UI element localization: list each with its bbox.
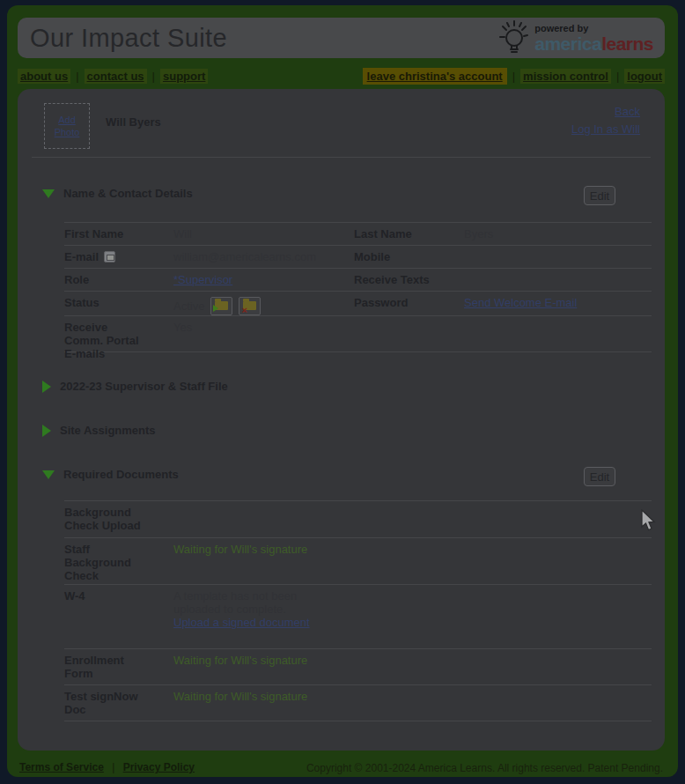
section-title: Name & Contact Details xyxy=(63,187,193,200)
role-label: Role xyxy=(64,273,173,291)
folder-delete-icon[interactable]: × xyxy=(239,297,261,315)
add-photo-box[interactable]: Add Photo xyxy=(44,103,90,149)
email-label: E-mail xyxy=(64,250,173,268)
chevron-down-icon[interactable] xyxy=(42,189,55,198)
back-link[interactable]: Back xyxy=(571,105,640,118)
table-row: Staff Background Check Waiting for Will'… xyxy=(64,537,652,584)
section-site-assignments[interactable]: Site Assignments xyxy=(42,424,156,437)
mobile-label: Mobile xyxy=(354,250,464,268)
chevron-right-icon[interactable] xyxy=(42,425,51,437)
profile-name: Will Byers xyxy=(106,115,161,129)
password-label: Password xyxy=(354,296,464,315)
table-row: Test signNow Doc Waiting for Will's sign… xyxy=(64,684,652,721)
doc-value xyxy=(173,506,332,537)
brand-america: america xyxy=(534,33,601,54)
last-name-value: Byers xyxy=(464,227,652,245)
section-supervisor-staff-file[interactable]: 2022-23 Supervisor & Staff File xyxy=(42,380,228,393)
section-title: 2022-23 Supervisor & Staff File xyxy=(60,380,228,393)
header-bar: Our Impact Suite powered by americalearn… xyxy=(18,18,665,58)
folder-move-icon[interactable] xyxy=(210,297,232,315)
table-row: Background Check Upload xyxy=(64,500,652,537)
powered-by-label: powered by xyxy=(534,24,653,33)
status-text: Active xyxy=(173,300,204,313)
nav-separator: | xyxy=(512,70,515,83)
footer-links: Terms of Service | Privacy Policy xyxy=(19,761,195,773)
mobile-value xyxy=(464,250,652,268)
doc-label: Test signNow Doc xyxy=(64,690,173,721)
table-row: Enrollment Form Waiting for Will's signa… xyxy=(64,648,652,684)
receive-texts-value xyxy=(464,273,652,291)
section-title: Site Assignments xyxy=(60,424,156,437)
receive-comm-value: Yes xyxy=(173,321,354,360)
top-nav: about us | contact us | support leave ch… xyxy=(18,68,665,85)
nav-separator: | xyxy=(616,70,619,83)
table-row: Role *Supervisor Receive Texts xyxy=(64,268,652,291)
chevron-right-icon[interactable] xyxy=(42,381,51,393)
email-label-text: E-mail xyxy=(64,250,99,263)
send-welcome-email-link[interactable]: Send Welcome E-mail xyxy=(464,296,577,309)
copyright-text: Copyright © 2001-2024 America Learns. Al… xyxy=(306,762,663,774)
receive-texts-label: Receive Texts xyxy=(354,273,464,291)
doc-label: W-4 xyxy=(64,589,173,648)
doc-status: Waiting for Will's signature xyxy=(173,690,332,721)
empty-cell xyxy=(464,321,652,360)
doc-label: Enrollment Form xyxy=(64,654,173,684)
status-value: Active × xyxy=(173,296,354,315)
nav-about-us[interactable]: about us xyxy=(18,69,70,84)
doc-status: Waiting for Will's signature xyxy=(173,543,332,584)
doc-value: A template has not been uploaded to comp… xyxy=(173,589,332,648)
table-row: Status Active × Password Send Welcome E-… xyxy=(64,291,652,315)
log-in-as-link[interactable]: Log In as Will xyxy=(571,122,640,136)
required-documents-table: Background Check Upload Staff Background… xyxy=(64,500,652,721)
first-name-label: First Name xyxy=(64,227,173,245)
nav-separator: | xyxy=(152,70,155,83)
page: Our Impact Suite powered by americalearn… xyxy=(0,0,685,784)
america-learns-logo[interactable]: powered by americalearns xyxy=(497,18,653,58)
doc-status: Waiting for Will's signature xyxy=(173,654,332,684)
empty-cell xyxy=(354,321,464,360)
nav-separator: | xyxy=(76,70,78,83)
add-photo-link[interactable]: Add Photo xyxy=(45,114,89,139)
doc-label: Background Check Upload xyxy=(64,506,173,537)
divider xyxy=(32,157,651,158)
nav-left-group: about us | contact us | support xyxy=(18,69,208,84)
nav-mission-control[interactable]: mission control xyxy=(520,69,611,84)
nav-support[interactable]: support xyxy=(160,69,208,84)
table-row: W-4 A template has not been uploaded to … xyxy=(64,584,652,648)
table-row: First Name Will Last Name Byers xyxy=(64,222,652,245)
role-supervisor-link[interactable]: *Supervisor xyxy=(173,273,232,286)
password-value: Send Welcome E-mail xyxy=(464,296,652,315)
last-name-label: Last Name xyxy=(354,227,464,245)
doc-label: Staff Background Check xyxy=(64,543,173,584)
section-title: Required Documents xyxy=(63,468,179,481)
lightbulb-icon xyxy=(497,18,529,58)
table-row: E-mail william@americalearns.com Mobile xyxy=(64,245,652,268)
nav-logout[interactable]: logout xyxy=(624,69,665,84)
terms-of-service-link[interactable]: Terms of Service xyxy=(19,761,104,773)
contact-card-icon xyxy=(104,251,115,263)
edit-documents-button[interactable]: Edit xyxy=(584,467,615,486)
section-name-contact-details[interactable]: Name & Contact Details xyxy=(42,187,193,200)
brand-learns: learns xyxy=(601,33,653,54)
nav-leave-account[interactable]: leave christina's account xyxy=(363,68,507,85)
nav-right-group: leave christina's account | mission cont… xyxy=(363,68,665,85)
chevron-down-icon[interactable] xyxy=(42,470,55,479)
first-name-value: Will xyxy=(173,227,354,245)
email-value: william@americalearns.com xyxy=(173,250,354,268)
doc-message: A template has not been uploaded to comp… xyxy=(173,589,297,616)
section-required-documents[interactable]: Required Documents xyxy=(42,468,179,481)
logo-text: powered by americalearns xyxy=(534,24,653,53)
footer-separator: | xyxy=(112,761,114,773)
receive-comm-label: Receive Comm. Portal E-mails xyxy=(64,321,173,360)
status-label: Status xyxy=(64,296,173,315)
privacy-policy-link[interactable]: Privacy Policy xyxy=(123,761,195,773)
table-row: Receive Comm. Portal E-mails Yes xyxy=(64,315,652,351)
profile-links: Back Log In as Will xyxy=(571,105,640,140)
role-value: *Supervisor xyxy=(173,273,354,291)
upload-signed-document-link[interactable]: Upload a signed document xyxy=(173,616,310,629)
app-title: Our Impact Suite xyxy=(30,24,227,53)
contact-details-table: First Name Will Last Name Byers E-mail w… xyxy=(64,222,652,352)
edit-contact-button[interactable]: Edit xyxy=(584,186,615,205)
nav-contact-us[interactable]: contact us xyxy=(85,69,147,84)
content-panel: Add Photo Will Byers Back Log In as Will… xyxy=(18,89,665,751)
